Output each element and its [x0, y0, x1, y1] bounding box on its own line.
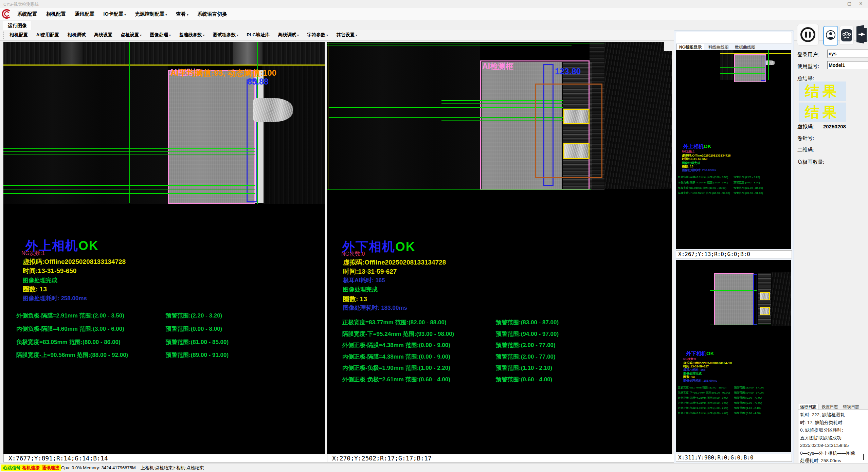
process-time: 图像处理耗时: 183.00ms [343, 304, 407, 312]
tool-offline-debug[interactable]: 离线调试▾ [274, 30, 302, 40]
mini-meas: 预警范围:(0.00 - 8.00) [734, 181, 760, 184]
mini-meas: 预警范围:(83.00 - 87.00) [734, 386, 764, 389]
result-display-lower: 结果 [799, 103, 846, 122]
green-vline [129, 42, 130, 203]
login-user-input[interactable] [827, 50, 868, 58]
measurement-text: 隔膜宽度-上=90.56mm 范围:(88.00 - 92.00) [16, 351, 128, 359]
tool-other-settings[interactable]: 其它设置▾ [333, 30, 361, 40]
ng-preview-header [676, 32, 792, 43]
chevron-down-icon: ▾ [140, 34, 142, 37]
ng-preview-lower[interactable]: 外下相机OK NG次数:0 虚拟码:Offline202502081331347… [676, 260, 791, 452]
measurement-text: 内侧正极-隔膜=4.38mm 范围:(0.00 - 9.00) [342, 353, 450, 361]
menu-camera-config[interactable]: 相机配置 [42, 8, 69, 20]
ai-box-label: AI检测框 [482, 61, 513, 72]
maximize-button[interactable]: ▢ [844, 0, 855, 7]
logout-icon [855, 24, 868, 45]
tab-settings-log[interactable]: 设置日志 [820, 404, 839, 410]
measurement-text: 内侧正极-负极=1.90mm 范围:(1.00 - 2.20) [342, 364, 450, 372]
tab-run-image[interactable]: 运行图像 [3, 21, 32, 30]
user-icon [826, 30, 836, 41]
user-button[interactable] [823, 26, 838, 46]
tab-ng-screenshot[interactable]: NG截图显示 [676, 44, 704, 51]
mini-green-hline [710, 301, 757, 301]
tab-data-curve[interactable]: 数据曲线图 [733, 44, 758, 50]
logout-button[interactable] [855, 24, 868, 45]
tab-error-log[interactable]: 错误日志 [841, 404, 861, 410]
turn-count: 圈数: 13 [23, 285, 47, 294]
chevron-down-icon: ▾ [124, 13, 126, 16]
tool-char-params[interactable]: 字符参数▾ [304, 30, 331, 40]
virtual-code-value: 20250208 [823, 124, 846, 129]
menu-system-config[interactable]: 系统配置 [14, 8, 41, 20]
menu-comm-config[interactable]: 通讯配置 [71, 8, 98, 20]
menu-language-switch[interactable]: 系统语言切换 [194, 8, 231, 20]
green-hline [329, 107, 563, 108]
mini-meas: 预警范围:(81.00 - 85.00) [734, 186, 763, 190]
mini-ptime: 图像处理耗时: 258.00ms [682, 168, 716, 173]
tool-camera-debug[interactable]: 相机调试 [64, 30, 89, 40]
green-hline [327, 189, 591, 190]
process-done: 图像处理完成 [343, 286, 378, 293]
tool-offline-settings[interactable]: 离线设置 [91, 30, 116, 40]
green-hline [3, 185, 255, 186]
view-tab-row: 运行图像 [0, 20, 868, 30]
window-titlebar: CYS-视觉检测系统 —▢✕ [0, 0, 868, 8]
log-line: 耗时: 222, 缺陷检测耗 [800, 411, 867, 419]
mini-meas: 负极宽度=83.05mm 范围:(80.00 - 86.00) [678, 186, 726, 190]
green-hline [329, 117, 563, 118]
mini-green-hline [710, 293, 757, 293]
tab-line-curve[interactable]: 料线曲线图 [706, 44, 731, 50]
tool-image-processing[interactable]: 图像处理▾ [146, 30, 174, 40]
tool-camera-config[interactable]: 相机配置 [6, 30, 31, 40]
menu-io-config[interactable]: IO卡配置▾ [100, 8, 129, 20]
tool-ai-config[interactable]: AI使用配置 [33, 30, 62, 40]
lower-camera-viewport[interactable]: AI检测框 123.80 外下相机OK NG次数:0 虚拟码:Offline20… [327, 42, 672, 454]
tool-test-params[interactable]: 测试项参数▾ [210, 30, 242, 40]
virtual-code: 虚拟码:Offline20250208133134728 [23, 257, 126, 266]
close-button[interactable]: ✕ [855, 0, 867, 7]
green-vline [257, 42, 258, 204]
result-display-upper: 结果 [799, 81, 846, 101]
model-input[interactable] [827, 61, 868, 69]
cpu-memory-status: Cpu: 0.0% Memory: 3424.41796875M [61, 465, 136, 471]
log-line: 直方图提取缺陷成功 [800, 434, 867, 442]
edge-value-overlay: 123.80 [555, 67, 581, 76]
log-output[interactable]: 耗时: 222, 缺陷检测耗 时: 17, 缺陷分类耗时: 0, 缺陷提取分区耗… [798, 410, 868, 472]
tool-spotcheck-settings[interactable]: 点检设置▾ [117, 30, 145, 40]
mini-meas: 隔膜宽度-下=95.24mm 范围:(93.00 - 98.00) [678, 391, 730, 395]
toolbar-grip[interactable] [3, 32, 5, 39]
mini-meas: 外侧正极-负极=2.61mm 范围:(0.60 - 4.00) [678, 411, 728, 415]
tool-baseline-params[interactable]: 基准线参数▾ [176, 30, 208, 40]
window-statusbar: 心跳信号 相机连接 通讯连接 Cpu: 0.0% Memory: 3424.41… [0, 463, 868, 472]
mini-meas: 内侧负极-隔膜=4.60mm 范围:(3.00 - 6.00) [678, 181, 728, 184]
lower-camera-coordbar: X:270;Y:2502;R:17;G:17;B:17 [327, 454, 676, 462]
ng-preview-tabs: NG截图显示 料线曲线图 数据曲线图 [676, 44, 758, 51]
edge-value-overlay: 85.88 [247, 77, 269, 87]
mini-texture [720, 50, 734, 80]
ng-preview-upper[interactable]: 外上相机OK NG次数:1 虚拟码:Offline202502081331347… [676, 50, 791, 249]
minimize-button[interactable]: — [832, 0, 844, 7]
measurement-text: 外侧负极-隔膜=2.91mm 范围:(2.00 - 3.50) [16, 312, 124, 320]
measurement-warn: 预警范围:(2.00 - 77.00) [496, 341, 556, 349]
mini-green-hline [720, 67, 765, 68]
pause-button[interactable] [797, 24, 819, 46]
mini-green-hline [720, 73, 765, 74]
roll-number-label: 卷针号: [797, 135, 814, 142]
virtual-code-label: 虚拟码: [797, 124, 814, 130]
window-title: CYS-视觉检测系统 [3, 2, 39, 7]
ng-count: NG次数:1 [21, 250, 45, 257]
upper-camera-coordbar: X:7677;Y:891;R:14;G:14;B:14 [3, 454, 330, 462]
mini-meas: 预警范围:(89.00 - 91.00) [734, 191, 763, 195]
menu-view[interactable]: 查看▾ [172, 8, 192, 20]
menu-light-config[interactable]: 光源控制配置▾ [131, 8, 171, 20]
mini-meas: 预警范围:(2.00 - 77.00) [734, 396, 762, 400]
chevron-down-icon: ▾ [326, 34, 328, 37]
users-button[interactable] [839, 26, 854, 45]
turn-count: 圈数: 13 [343, 295, 367, 304]
tool-plc-address[interactable]: PLC地址库 [243, 30, 273, 40]
green-hline [3, 148, 255, 149]
green-hline [3, 193, 255, 194]
chevron-down-icon: ▾ [203, 34, 205, 37]
upper-camera-viewport[interactable]: AI检测框 AI平均阈值:93, 动态阈值:100 85.88 外上相机OK N… [3, 42, 325, 454]
camera-connect-status: 相机连接 [20, 465, 41, 471]
